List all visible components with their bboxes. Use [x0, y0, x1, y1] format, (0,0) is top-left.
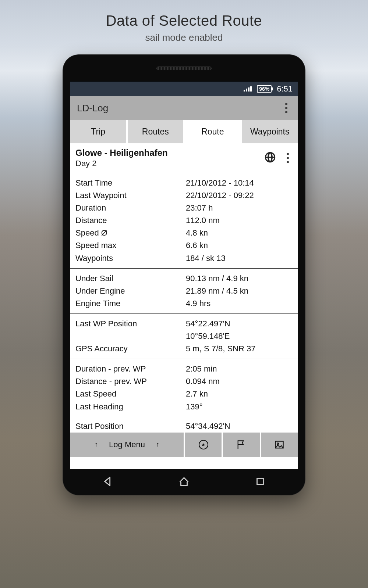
row-value: 0.094 nm — [186, 375, 293, 388]
route-header: Glowe - Heiligenhafen Day 2 — [70, 143, 298, 173]
flag-button[interactable] — [223, 433, 259, 457]
section-overflow: Start Position 54°34.492'N — [70, 417, 298, 433]
globe-icon[interactable] — [264, 151, 276, 165]
data-row: Start Position 54°34.492'N — [75, 420, 293, 433]
page-subtitle: sail mode enabled — [145, 32, 223, 43]
data-section: Last WP Position54°22.497'N10°59.148'EGP… — [70, 314, 298, 359]
row-label: Last Heading — [75, 401, 186, 413]
row-value: 22/10/2012 - 09:22 — [186, 189, 293, 202]
row-value: 2:05 min — [186, 363, 293, 375]
phone-screen: 96% 6:51 LD-Log Trip Routes Route Waypoi… — [70, 81, 298, 469]
android-nav-bar — [70, 469, 298, 495]
route-overflow-button[interactable] — [283, 149, 293, 167]
row-label — [75, 330, 186, 343]
row-value: 139° — [186, 401, 293, 413]
signal-icon — [244, 86, 252, 92]
row-label: Waypoints — [75, 252, 186, 265]
data-row: Under Engine21.89 nm / 4.5 kn — [75, 285, 293, 297]
row-value: 5 m, S 7/8, SNR 37 — [186, 343, 293, 355]
log-menu-label: Log Menu — [109, 440, 145, 449]
row-value: 90.13 nm / 4.9 kn — [186, 272, 293, 285]
data-row: Under Sail90.13 nm / 4.9 kn — [75, 272, 293, 285]
row-value: 10°59.148'E — [186, 330, 293, 343]
row-label: Last Speed — [75, 388, 186, 400]
row-label: Distance - prev. WP — [75, 375, 186, 388]
row-label: Duration — [75, 202, 186, 214]
route-title: Glowe - Heiligenhafen — [75, 148, 257, 158]
data-row: Last Waypoint22/10/2012 - 09:22 — [75, 189, 293, 202]
row-label: Under Engine — [75, 285, 186, 297]
tab-routes[interactable]: Routes — [128, 120, 184, 143]
data-row: Duration23:07 h — [75, 202, 293, 214]
data-row: Waypoints184 / sk 13 — [75, 252, 293, 265]
row-value: 54°22.497'N — [186, 318, 293, 330]
data-row: Last Heading139° — [75, 401, 293, 413]
nav-home-button[interactable] — [178, 475, 190, 489]
tab-trip[interactable]: Trip — [70, 120, 126, 143]
row-label: Distance — [75, 214, 186, 227]
row-value: 184 / sk 13 — [186, 252, 293, 265]
row-value: 21/10/2012 - 10:14 — [186, 177, 293, 189]
data-row: 10°59.148'E — [75, 330, 293, 343]
data-row: GPS Accuracy5 m, S 7/8, SNR 37 — [75, 343, 293, 355]
data-row: Distance - prev. WP0.094 nm — [75, 375, 293, 388]
data-row: Distance112.0 nm — [75, 214, 293, 227]
status-clock: 6:51 — [277, 84, 293, 94]
data-row: Last WP Position54°22.497'N — [75, 318, 293, 330]
tab-bar: Trip Routes Route Waypoints — [70, 120, 298, 143]
page-title: Data of Selected Route — [106, 12, 262, 29]
row-value: 2.7 kn — [186, 388, 293, 400]
image-button[interactable] — [261, 433, 298, 457]
bottom-toolbar: ↑ Log Menu ↑ — [70, 433, 298, 457]
status-bar: 96% 6:51 — [70, 82, 298, 96]
row-value: 4.9 hrs — [186, 297, 293, 310]
data-row: Duration - prev. WP2:05 min — [75, 363, 293, 375]
log-menu-button[interactable]: ↑ Log Menu ↑ — [70, 433, 184, 457]
row-value: 21.89 nm / 4.5 kn — [186, 285, 293, 297]
row-label: Duration - prev. WP — [75, 363, 186, 375]
row-label: Speed max — [75, 239, 186, 252]
app-bar: LD-Log — [70, 96, 298, 120]
phone-speaker — [156, 67, 212, 70]
data-row: Last Speed2.7 kn — [75, 388, 293, 400]
battery-indicator: 96% — [257, 85, 272, 93]
nav-recent-button[interactable] — [254, 475, 266, 489]
row-label: Start Time — [75, 177, 186, 189]
data-row: Speed Ø4.8 kn — [75, 227, 293, 239]
row-value: 4.8 kn — [186, 227, 293, 239]
svg-point-2 — [277, 443, 279, 444]
row-value: 112.0 nm — [186, 214, 293, 227]
data-row: Speed max6.6 kn — [75, 239, 293, 252]
route-subtitle: Day 2 — [75, 159, 257, 168]
row-label: Last WP Position — [75, 318, 186, 330]
data-section: Duration - prev. WP2:05 minDistance - pr… — [70, 359, 298, 417]
phone-frame: 96% 6:51 LD-Log Trip Routes Route Waypoi… — [63, 54, 305, 495]
data-row: Engine Time4.9 hrs — [75, 297, 293, 310]
svg-rect-3 — [257, 478, 263, 485]
row-label: Under Sail — [75, 272, 186, 285]
compass-button[interactable] — [185, 433, 222, 457]
arrow-up-icon: ↑ — [95, 441, 98, 448]
arrow-up-icon: ↑ — [156, 441, 159, 448]
nav-back-button[interactable] — [102, 475, 114, 489]
row-label: Speed Ø — [75, 227, 186, 239]
app-title: LD-Log — [77, 103, 108, 114]
appbar-overflow-button[interactable] — [282, 99, 291, 117]
tab-waypoints[interactable]: Waypoints — [242, 120, 298, 143]
row-value: 23:07 h — [186, 202, 293, 214]
row-label: Engine Time — [75, 297, 186, 310]
row-label: Start Position — [75, 420, 186, 433]
row-value: 6.6 kn — [186, 239, 293, 252]
tab-route[interactable]: Route — [185, 120, 241, 143]
row-label: GPS Accuracy — [75, 343, 186, 355]
row-label: Last Waypoint — [75, 189, 186, 202]
data-section: Under Sail90.13 nm / 4.9 knUnder Engine2… — [70, 269, 298, 314]
row-value: 54°34.492'N — [186, 420, 293, 433]
data-row: Start Time21/10/2012 - 10:14 — [75, 177, 293, 189]
data-section: Start Time21/10/2012 - 10:14Last Waypoin… — [70, 173, 298, 269]
